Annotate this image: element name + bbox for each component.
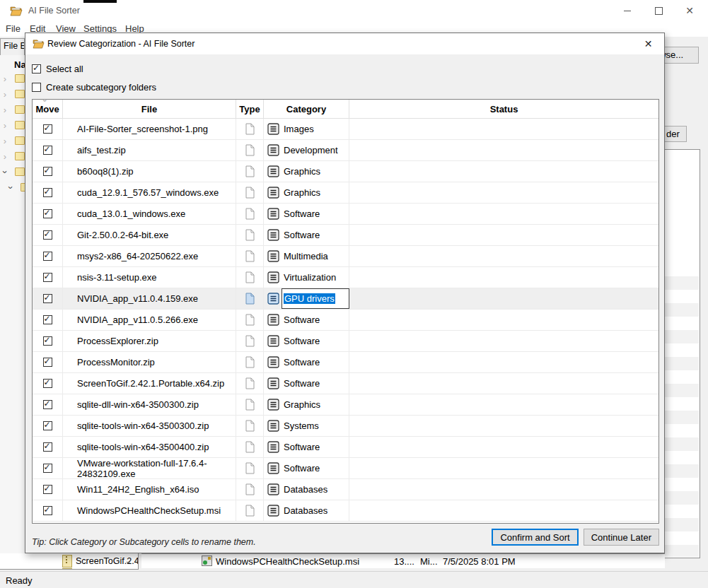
- file-name-cell[interactable]: Git-2.50.0.2-64-bit.exe: [63, 225, 236, 245]
- tree-row[interactable]: ›: [0, 102, 25, 117]
- file-name-cell[interactable]: sqlite-dll-win-x64-3500300.zip: [63, 394, 236, 415]
- column-header-move[interactable]: › Move: [33, 100, 63, 118]
- file-name-cell[interactable]: ScreenToGif.2.42.1.Portable.x64.zip: [63, 373, 236, 394]
- category-cell[interactable]: Databases: [264, 479, 349, 500]
- file-name-cell[interactable]: msys2-x86_64-20250622.exe: [63, 246, 236, 266]
- file-name-cell[interactable]: Win11_24H2_English_x64.iso: [63, 479, 236, 500]
- table-row[interactable]: ✓aifs_test.zip Development: [33, 140, 658, 161]
- category-cell[interactable]: Virtualization: [264, 267, 349, 288]
- row-move-checkbox[interactable]: ✓: [43, 400, 52, 409]
- category-cell[interactable]: Graphics: [264, 161, 349, 182]
- table-row[interactable]: ✓ProcessExplorer.zip Software: [33, 331, 658, 352]
- tree-row[interactable]: ›: [0, 117, 25, 133]
- chevron-right-icon[interactable]: ›: [0, 136, 10, 146]
- close-window-button[interactable]: ✕: [674, 0, 705, 21]
- table-row[interactable]: ✓sqlite-tools-win-x64-3500400.zip Softwa…: [33, 437, 658, 458]
- chevron-right-icon[interactable]: ›: [0, 89, 10, 100]
- tree-row[interactable]: ›: [0, 86, 25, 102]
- select-all-checkbox[interactable]: ✓: [32, 64, 41, 74]
- file-name-cell[interactable]: sqlite-tools-win-x64-3500300.zip: [63, 416, 236, 436]
- category-cell[interactable]: Software: [264, 310, 349, 330]
- category-cell[interactable]: Systems: [264, 416, 349, 436]
- table-row[interactable]: ✓sqlite-dll-win-x64-3500300.zip Graphics: [33, 394, 658, 416]
- row-move-checkbox[interactable]: ✓: [43, 506, 52, 515]
- category-cell[interactable]: GPU drivers: [264, 288, 349, 309]
- subcategory-checkbox-row[interactable]: ✓ Create subcategory folders: [32, 82, 156, 93]
- category-cell[interactable]: Graphics: [264, 182, 349, 203]
- chevron-down-icon[interactable]: ›: [0, 167, 11, 177]
- category-cell[interactable]: Software: [264, 352, 349, 372]
- file-name-cell[interactable]: NVIDIA_app_v11.0.5.266.exe: [63, 310, 236, 330]
- category-cell[interactable]: Software: [264, 225, 349, 245]
- category-cell[interactable]: Software: [264, 204, 349, 224]
- category-cell[interactable]: Software: [264, 437, 349, 457]
- file-name-cell[interactable]: sqlite-tools-win-x64-3500400.zip: [63, 437, 236, 457]
- file-name-cell[interactable]: NVIDIA_app_v11.0.4.159.exe: [63, 288, 236, 309]
- category-cell[interactable]: Software: [264, 458, 349, 478]
- row-move-checkbox[interactable]: ✓: [43, 124, 52, 134]
- row-move-checkbox[interactable]: ✓: [43, 336, 52, 346]
- chevron-right-icon[interactable]: ›: [0, 74, 10, 84]
- table-row[interactable]: ✓NVIDIA_app_v11.0.5.266.exe Software: [33, 310, 658, 331]
- category-cell[interactable]: Development: [264, 140, 349, 160]
- file-name-cell[interactable]: VMware-workstation-full-17.6.4-24832109.…: [63, 458, 236, 478]
- tree-row[interactable]: ›: [0, 164, 25, 180]
- row-move-checkbox[interactable]: ✓: [43, 358, 52, 367]
- category-cell[interactable]: Images: [264, 119, 349, 139]
- row-move-checkbox[interactable]: ✓: [43, 421, 52, 430]
- file-name-cell[interactable]: WindowsPCHealthCheckSetup.msi: [63, 500, 236, 521]
- row-move-checkbox[interactable]: ✓: [43, 485, 52, 494]
- subcategory-checkbox[interactable]: ✓: [32, 83, 41, 92]
- row-move-checkbox[interactable]: ✓: [43, 230, 52, 240]
- menu-file[interactable]: File: [6, 23, 21, 34]
- table-row[interactable]: ✓WindowsPCHealthCheckSetup.msi Databases: [33, 500, 658, 522]
- file-name-cell[interactable]: cuda_13.0.1_windows.exe: [63, 204, 236, 224]
- chevron-right-icon[interactable]: ›: [0, 151, 10, 162]
- table-row[interactable]: ✓AI-File-Sorter_screenshot-1.png Images: [33, 119, 658, 140]
- row-move-checkbox[interactable]: ✓: [43, 188, 52, 197]
- row-move-checkbox[interactable]: ✓: [43, 442, 52, 452]
- category-cell[interactable]: Multimedia: [264, 246, 349, 266]
- file-name-cell[interactable]: cuda_12.9.1_576.57_windows.exe: [63, 182, 236, 203]
- row-move-checkbox[interactable]: ✓: [43, 315, 52, 324]
- chevron-right-icon[interactable]: ›: [0, 105, 10, 115]
- table-row[interactable]: ✓nsis-3.11-setup.exe Virtualization: [33, 267, 658, 288]
- table-row[interactable]: ✓Git-2.50.0.2-64-bit.exe Software: [33, 225, 658, 246]
- file-name-cell[interactable]: ProcessMonitor.zip: [63, 352, 236, 372]
- file-name-cell[interactable]: nsis-3.11-setup.exe: [63, 267, 236, 288]
- column-header-status[interactable]: Status: [349, 100, 658, 118]
- row-move-checkbox[interactable]: ✓: [43, 464, 52, 473]
- tree-row[interactable]: ›: [0, 71, 25, 86]
- tree-row[interactable]: ›: [0, 180, 25, 195]
- select-all-checkbox-row[interactable]: ✓ Select all: [32, 64, 83, 74]
- row-move-checkbox[interactable]: ✓: [43, 167, 52, 176]
- chevron-down-icon[interactable]: ›: [6, 182, 16, 192]
- table-row[interactable]: ✓NVIDIA_app_v11.0.4.159.exe GPU drivers: [33, 288, 658, 310]
- row-move-checkbox[interactable]: ✓: [43, 379, 52, 388]
- category-edit-input[interactable]: GPU drivers: [282, 288, 349, 309]
- minimize-button[interactable]: [612, 0, 643, 21]
- category-cell[interactable]: Software: [264, 373, 349, 394]
- table-row[interactable]: ✓cuda_13.0.1_windows.exe Software: [33, 204, 658, 225]
- table-row[interactable]: ✓ProcessMonitor.zip Software: [33, 352, 658, 373]
- table-row[interactable]: ✓b60oq8(1).zip Graphics: [33, 161, 658, 182]
- table-row[interactable]: ✓VMware-workstation-full-17.6.4-24832109…: [33, 458, 658, 479]
- row-move-checkbox[interactable]: ✓: [43, 146, 52, 155]
- tab-file-explorer[interactable]: File Explorer: [0, 38, 25, 55]
- scroll-down-icon[interactable]: ›: [124, 561, 134, 564]
- table-row[interactable]: ✓Win11_24H2_English_x64.iso Databases: [33, 479, 658, 500]
- file-name-cell[interactable]: aifs_test.zip: [63, 140, 236, 160]
- background-file-row[interactable]: WindowsPCHealthCheckSetup.msi 13.... Mi.…: [141, 553, 665, 568]
- row-move-checkbox[interactable]: ✓: [43, 294, 52, 303]
- file-name-cell[interactable]: ProcessExplorer.zip: [63, 331, 236, 351]
- category-cell[interactable]: Graphics: [264, 394, 349, 415]
- column-header-category[interactable]: Category: [264, 100, 349, 118]
- category-cell[interactable]: Databases: [264, 500, 349, 521]
- continue-later-button[interactable]: Continue Later: [584, 529, 659, 546]
- tree-row[interactable]: ›: [0, 148, 25, 164]
- tree-row[interactable]: ›: [0, 133, 25, 148]
- row-move-checkbox[interactable]: ✓: [43, 273, 52, 282]
- row-move-checkbox[interactable]: ✓: [43, 209, 52, 218]
- table-row[interactable]: ✓sqlite-tools-win-x64-3500300.zip System…: [33, 416, 658, 437]
- table-row[interactable]: ✓cuda_12.9.1_576.57_windows.exe Graphics: [33, 182, 658, 204]
